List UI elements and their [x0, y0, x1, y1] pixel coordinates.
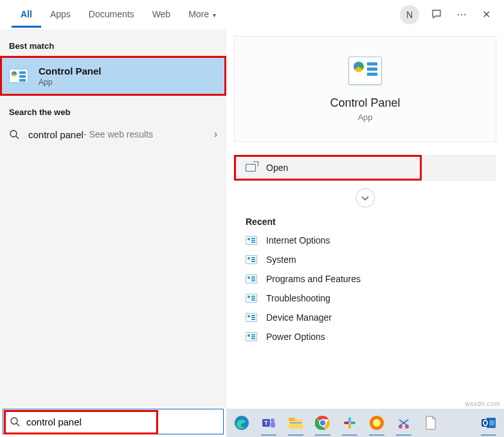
svg-point-0: [10, 130, 17, 137]
recent-item[interactable]: Programs and Features: [234, 269, 496, 289]
top-toolbar: All Apps Documents Web More ▾ N ⋯ ✕: [0, 0, 504, 30]
outlook-icon[interactable]: [478, 413, 499, 433]
svg-rect-9: [289, 420, 303, 429]
svg-point-2: [11, 418, 17, 424]
taskbar: T: [226, 409, 504, 437]
watermark: wsxdn.com: [465, 400, 500, 407]
control-panel-tiny-icon: [246, 332, 257, 341]
edge-icon[interactable]: [231, 413, 252, 433]
recent-label: System: [266, 254, 296, 265]
close-icon[interactable]: ✕: [480, 8, 492, 21]
recent-header: Recent: [226, 208, 504, 231]
recent-list: Internet Options System Programs and Fea…: [226, 231, 504, 346]
best-match-header: Best match: [0, 30, 226, 56]
feedback-icon[interactable]: [431, 8, 444, 21]
best-match-sub: App: [39, 78, 102, 87]
top-right-controls: N ⋯ ✕: [400, 5, 492, 24]
recent-label: Device Manager: [266, 312, 332, 323]
preview-title: Control Panel: [330, 96, 400, 110]
best-match-item[interactable]: Control Panel App: [0, 56, 226, 96]
control-panel-tiny-icon: [246, 313, 257, 322]
recent-item[interactable]: Power Options: [234, 327, 496, 346]
svg-rect-17: [348, 424, 351, 429]
chrome-icon[interactable]: [312, 413, 333, 433]
app-icon-orange[interactable]: [366, 413, 387, 433]
control-panel-tiny-icon: [246, 294, 257, 303]
chevron-down-icon: [361, 193, 370, 202]
recent-label: Internet Options: [266, 235, 330, 245]
chevron-right-icon: ›: [214, 129, 217, 140]
user-avatar[interactable]: N: [400, 5, 419, 24]
best-match-text: Control Panel App: [39, 66, 102, 87]
control-panel-tiny-icon: [246, 274, 257, 283]
slack-icon[interactable]: [339, 413, 360, 433]
control-panel-tiny-icon: [246, 255, 257, 264]
control-panel-tiny-icon: [246, 236, 257, 245]
recent-label: Programs and Features: [266, 274, 361, 284]
preview-panel: Control Panel App Open Recent Internet O…: [226, 30, 504, 408]
recent-label: Power Options: [266, 332, 325, 342]
search-icon: [10, 416, 20, 427]
svg-rect-16: [350, 422, 356, 424]
expand-button[interactable]: [356, 188, 375, 208]
file-explorer-icon[interactable]: [285, 413, 306, 433]
svg-rect-8: [271, 422, 275, 427]
recent-label: Troubleshooting: [266, 293, 330, 303]
ellipsis-icon[interactable]: ⋯: [455, 8, 468, 21]
best-match-title: Control Panel: [39, 66, 102, 76]
preview-sub: App: [357, 112, 372, 122]
tab-all[interactable]: All: [12, 1, 41, 28]
recent-item[interactable]: Troubleshooting: [234, 289, 496, 308]
tab-documents[interactable]: Documents: [80, 1, 143, 28]
svg-line-1: [16, 136, 19, 139]
svg-rect-15: [348, 417, 351, 422]
svg-rect-10: [289, 418, 295, 421]
snip-icon[interactable]: [393, 413, 414, 433]
filter-tabs: All Apps Documents Web More ▾: [12, 1, 225, 28]
tab-web[interactable]: Web: [143, 1, 180, 28]
svg-point-20: [373, 419, 381, 427]
svg-rect-18: [344, 422, 349, 424]
chevron-down-icon: ▾: [213, 12, 216, 19]
control-panel-icon: [9, 69, 28, 83]
svg-rect-11: [290, 422, 302, 424]
web-result-item[interactable]: control panel - See web results ›: [0, 122, 226, 147]
search-web-header: Search the web: [0, 96, 226, 122]
svg-text:T: T: [264, 420, 268, 426]
teams-icon[interactable]: T: [258, 413, 279, 433]
recent-item[interactable]: System: [234, 250, 496, 269]
control-panel-large-icon: [348, 57, 382, 85]
open-icon: [246, 164, 256, 172]
search-box[interactable]: [3, 409, 224, 434]
svg-line-3: [17, 424, 19, 426]
open-action[interactable]: Open: [234, 155, 496, 181]
search-input[interactable]: [24, 409, 223, 434]
main-area: Best match Control Panel App Search the …: [0, 30, 504, 408]
web-query: control panel: [28, 129, 84, 140]
tab-more[interactable]: More ▾: [179, 1, 225, 28]
results-panel: Best match Control Panel App Search the …: [0, 30, 226, 408]
preview-card: Control Panel App: [234, 36, 496, 142]
open-label: Open: [266, 163, 288, 173]
tab-apps[interactable]: Apps: [41, 1, 80, 28]
search-icon: [9, 129, 19, 139]
web-hint: - See web results: [84, 129, 153, 139]
recent-item[interactable]: Internet Options: [234, 231, 496, 250]
recent-item[interactable]: Device Manager: [234, 308, 496, 327]
file-icon[interactable]: [420, 413, 441, 433]
svg-point-7: [271, 418, 274, 422]
